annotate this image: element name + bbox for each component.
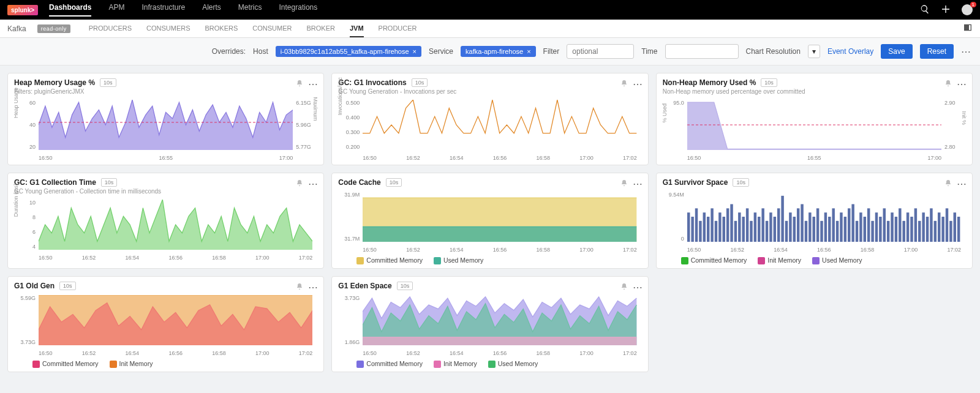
svg-rect-35 [816, 208, 819, 242]
service-chip[interactable]: kafka-apm-firehose× [461, 46, 536, 57]
topnav-item-apm[interactable]: APM [108, 3, 124, 17]
card-gc_time: GC: G1 Collection Time 10s GC Young Gene… [7, 173, 324, 269]
legend-item: Init Memory [434, 360, 477, 368]
interval-badge: 10s [761, 78, 777, 87]
svg-rect-3 [691, 217, 693, 242]
svg-rect-62 [922, 212, 924, 242]
svg-rect-66 [938, 212, 940, 242]
x-axis: 16:5016:5216:5416:5616:5817:0017:02 [363, 155, 636, 161]
svg-rect-13 [730, 204, 733, 242]
bell-icon[interactable] [620, 179, 628, 189]
chart-area: 31.9M31.7M16:5016:5216:5416:5616:5817:00… [338, 192, 641, 253]
svg-rect-2 [687, 212, 690, 242]
more-menu-icon[interactable]: ⋯ [961, 46, 971, 58]
svg-rect-38 [828, 217, 831, 242]
x-axis: 16:5016:5216:5416:5616:5817:0017:02 [363, 350, 636, 356]
svg-rect-27 [785, 221, 787, 242]
card-more-icon[interactable]: ⋯ [633, 78, 643, 90]
chartres-select[interactable]: ▾ [808, 45, 820, 58]
svg-rect-51 [879, 217, 881, 242]
x-axis: 16:5016:5517:00 [687, 155, 941, 161]
tab-producers[interactable]: PRODUCERS [89, 20, 132, 37]
top-nav: DashboardsAPMInfrastructureAlertsMetrics… [49, 3, 317, 17]
chart-plot[interactable] [363, 295, 636, 345]
tab-consumers[interactable]: CONSUMERS [146, 20, 190, 37]
card-more-icon[interactable]: ⋯ [308, 178, 318, 190]
search-icon[interactable] [920, 4, 930, 16]
svg-rect-17 [746, 208, 748, 242]
card-subtitle: Filters: pluginGenericJMX [14, 88, 317, 95]
card-title: Heap Memory Usage % [14, 78, 95, 87]
add-icon[interactable] [941, 4, 951, 16]
bell-icon[interactable] [944, 179, 952, 189]
chart-plot[interactable] [363, 100, 636, 150]
card-more-icon[interactable]: ⋯ [957, 178, 967, 190]
close-icon[interactable]: × [527, 48, 530, 55]
svg-rect-31 [801, 204, 803, 242]
svg-rect-32 [804, 221, 807, 242]
card-title: G1 Eden Space [338, 282, 391, 290]
bell-icon[interactable] [296, 283, 303, 292]
chart-legend: Committed MemoryInit Memory [14, 360, 317, 368]
svg-rect-30 [797, 208, 799, 242]
user-avatar[interactable]: 1 [962, 4, 973, 15]
card-more-icon[interactable]: ⋯ [957, 78, 967, 90]
chart-plot[interactable] [39, 200, 312, 250]
card-more-icon[interactable]: ⋯ [633, 178, 643, 190]
svg-rect-23 [769, 212, 772, 242]
tab-brokers[interactable]: BROKERS [205, 20, 238, 37]
event-overlay-link[interactable]: Event Overlay [827, 47, 873, 56]
bell-icon[interactable] [944, 80, 952, 89]
legend-item: Used Memory [488, 360, 538, 368]
tab-jvm[interactable]: JVM [350, 20, 364, 37]
time-input[interactable] [665, 44, 739, 59]
time-label: Time [641, 47, 657, 56]
topnav-item-dashboards[interactable]: Dashboards [49, 3, 91, 17]
card-subtitle: GC Young Generation - Invocations per se… [338, 88, 641, 95]
svg-rect-58 [907, 212, 909, 242]
bell-icon[interactable] [296, 80, 303, 89]
save-button[interactable]: Save [881, 44, 912, 59]
chart-plot[interactable] [687, 100, 941, 150]
chart-plot[interactable] [363, 192, 636, 242]
topnav-item-infrastructure[interactable]: Infrastructure [141, 3, 185, 17]
card-code_cache: Code Cache 10s ⋯ 31.9M31.7M16:5016:5216:… [331, 173, 648, 269]
topnav-item-alerts[interactable]: Alerts [202, 3, 221, 17]
tab-broker[interactable]: BROKER [307, 20, 335, 37]
topnav-item-integrations[interactable]: Integrations [279, 3, 318, 17]
card-more-icon[interactable]: ⋯ [308, 282, 318, 293]
card-heap: Heap Memory Usage % 10s Filters: pluginG… [7, 73, 324, 165]
svg-rect-69 [949, 221, 952, 242]
chart-plot[interactable] [39, 100, 293, 150]
tab-consumer[interactable]: CONSUMER [252, 20, 292, 37]
host-chip[interactable]: i-03bb9829c1a12ab55_kafka-apm-firehose× [276, 46, 421, 57]
panel-toggle-icon[interactable] [963, 23, 973, 34]
card-survivor: G1 Survivor Space 10s ⋯ 9.54M016:5016:52… [656, 173, 973, 269]
svg-rect-68 [945, 208, 948, 242]
card-more-icon[interactable]: ⋯ [633, 282, 643, 293]
bell-icon[interactable] [296, 179, 303, 189]
chart-plot[interactable] [39, 295, 312, 345]
legend-item: Committed Memory [356, 256, 423, 264]
svg-rect-61 [918, 221, 921, 242]
x-axis: 16:5016:5216:5416:5616:5817:0017:02 [687, 247, 961, 253]
topbar-right: 1 [920, 4, 973, 16]
x-axis: 16:5016:5216:5416:5616:5817:0017:02 [39, 255, 312, 261]
card-more-icon[interactable]: ⋯ [308, 78, 318, 90]
chart-plot[interactable] [687, 192, 961, 242]
svg-rect-8 [710, 208, 713, 242]
y-axis: 604020 [14, 100, 37, 150]
svg-rect-57 [902, 221, 905, 242]
tab-producer[interactable]: PRODUCER [379, 20, 417, 37]
filter-input[interactable] [567, 44, 634, 59]
bell-icon[interactable] [620, 80, 628, 89]
close-icon[interactable]: × [413, 48, 417, 55]
x-axis: 16:5016:5216:5416:5616:5817:0017:02 [39, 350, 312, 356]
card-title: GC: G1 Collection Time [14, 178, 96, 187]
reset-button[interactable]: Reset [920, 44, 954, 59]
bell-icon[interactable] [620, 283, 628, 292]
topnav-item-metrics[interactable]: Metrics [238, 3, 262, 17]
svg-rect-33 [809, 212, 811, 242]
brand-logo[interactable]: splunk> [7, 5, 38, 15]
chart-legend: Committed MemoryUsed Memory [338, 256, 641, 264]
